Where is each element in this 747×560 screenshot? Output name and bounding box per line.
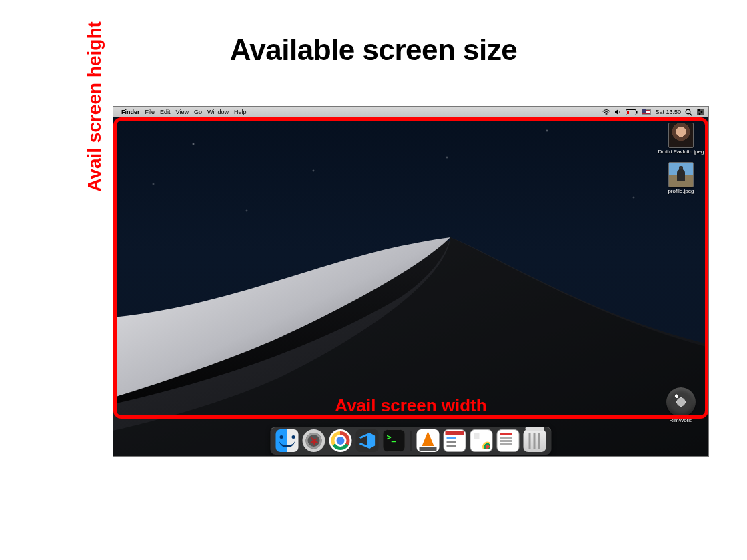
dock-finder-icon[interactable] [276, 429, 299, 452]
dock-vlc-icon[interactable] [417, 429, 440, 452]
desktop-app-rimworld[interactable]: RimWorld [658, 387, 704, 424]
menubar-item-file[interactable]: File [145, 109, 155, 115]
menubar-item-window[interactable]: Window [207, 109, 229, 115]
menubar-item-go[interactable]: Go [194, 109, 202, 115]
diagram-title: Available screen size [0, 33, 747, 67]
svg-rect-3 [627, 111, 629, 114]
wifi-icon[interactable] [602, 109, 610, 115]
menubar-item-view[interactable]: View [176, 109, 189, 115]
steam-app-icon [666, 387, 696, 417]
desktop-file-label: Dmitri Pavlutin.jpeg [658, 149, 704, 155]
menubar-item-help[interactable]: Help [234, 109, 247, 115]
menubar: Finder File Edit View Go Window Help Sat… [113, 107, 708, 117]
desktop-file-label: RimWorld [670, 418, 693, 424]
menubar-clock[interactable]: Sat 13:50 [655, 109, 681, 115]
svg-point-11 [699, 113, 701, 115]
svg-line-5 [690, 113, 692, 115]
dock-trash-icon[interactable] [524, 429, 546, 452]
dock-separator [411, 431, 412, 451]
input-source-flag-icon[interactable] [642, 109, 651, 115]
svg-point-10 [701, 111, 703, 113]
spotlight-icon[interactable] [685, 109, 692, 116]
avail-height-label: Avail screen height [84, 21, 105, 192]
dock [271, 427, 552, 455]
volume-icon[interactable] [614, 109, 622, 115]
svg-point-9 [698, 109, 700, 111]
control-center-icon[interactable] [696, 109, 704, 115]
file-thumbnail-icon [668, 123, 694, 148]
dock-vscode-icon[interactable] [356, 429, 379, 452]
file-thumbnail-icon [668, 162, 694, 187]
desktop-file-dmitri[interactable]: Dmitri Pavlutin.jpeg [658, 123, 704, 155]
desktop-wallpaper[interactable]: Dmitri Pavlutin.jpeg profile.jpeg RimWor… [113, 117, 708, 456]
desktop-file-profile[interactable]: profile.jpeg [658, 162, 704, 195]
svg-point-0 [606, 114, 608, 115]
menubar-app-name[interactable]: Finder [121, 109, 140, 115]
avail-width-label: Avail screen width [335, 395, 486, 416]
dock-chrome-icon[interactable] [329, 429, 352, 452]
macos-desktop: Finder File Edit View Go Window Help Sat… [113, 107, 708, 456]
dock-minimized-window[interactable] [470, 429, 493, 452]
svg-rect-2 [636, 111, 638, 113]
battery-icon[interactable] [626, 109, 638, 115]
dock-minimized-window[interactable] [497, 429, 520, 452]
desktop-file-label: profile.jpeg [668, 189, 694, 195]
dock-minimized-window[interactable] [444, 429, 466, 452]
dock-terminal-icon[interactable] [383, 429, 406, 452]
menubar-item-edit[interactable]: Edit [160, 109, 171, 115]
dock-launchpad-icon[interactable] [303, 429, 325, 452]
